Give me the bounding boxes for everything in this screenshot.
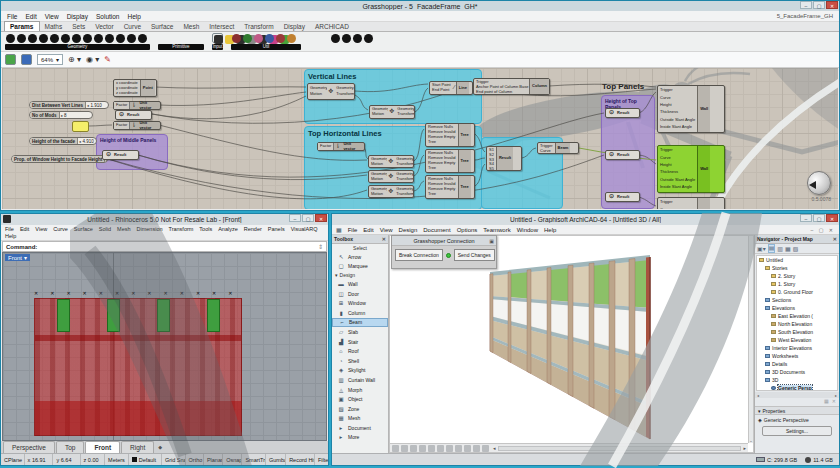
unit-vector-node[interactable]: Factor ⇂ Unit vector [317,142,365,151]
scroll-right-icon[interactable]: ▸ [743,445,746,451]
archicad-menu-item[interactable]: Edit [363,227,373,233]
rhino-menu-item[interactable]: Analyze [218,226,238,232]
viewport-title[interactable]: Front▾ [5,254,30,261]
rhino-menu-item[interactable]: Dimension [137,226,163,232]
tree-item[interactable]: Worksheets [757,352,837,360]
child-window-controls[interactable]: – ▢ ✕ [811,227,835,233]
gh-tab[interactable]: Params [4,21,40,31]
project-chooser-icon[interactable]: ▣▾ [757,245,766,252]
zoom-extents-icon[interactable]: ⊕ ▾ [68,55,81,64]
gh-menu-item[interactable]: View [45,13,59,20]
viewport-tab[interactable]: Perspective [3,441,55,453]
scroll-left-icon[interactable]: ◂ [493,445,496,451]
result-node[interactable]: ⊙ Result [605,192,640,202]
tree-item[interactable]: Elevations [757,304,837,312]
close-icon[interactable]: ▣ [489,238,494,244]
rhino-menu-item[interactable]: Edit [20,226,29,232]
tree-item[interactable]: 3D [757,376,837,384]
construct-point-node[interactable]: x coordinate y coordinate z coordinate P… [113,79,157,97]
rhino-titlebar[interactable]: Untitled - Rhinoceros 5.0 Not For Resale… [1,214,328,225]
gh-menu-item[interactable]: Solution [96,13,120,20]
save-file-icon[interactable] [21,54,32,65]
gh-titlebar[interactable]: Grasshopper - 5_FacadeFrame_GH* – ▢ ✕ [1,1,839,11]
maximize-icon[interactable]: ▢ [813,1,825,9]
minimize-icon[interactable]: – [800,1,812,9]
minimize-icon[interactable]: – [800,214,812,222]
toolbar-group-label[interactable]: Util [231,44,301,50]
archicad-menu-item[interactable]: Document [423,227,450,233]
toolbox-item[interactable]: ▱ Slab [332,327,388,337]
tree-item[interactable]: South Elevation [757,328,837,336]
result-node[interactable]: ⊙ Result [115,110,152,120]
panel-node[interactable] [72,121,89,132]
rhino-command-bar[interactable]: Command: ⇕ [2,241,327,252]
viewport-tab[interactable]: Top [56,441,84,453]
status-cplane[interactable]: CPlane [1,454,25,465]
archicad-menu-item[interactable]: View [380,227,393,233]
tree-item[interactable]: Untitled [757,256,837,264]
toggle-smarttrack[interactable]: SmartTrack [242,454,266,465]
new-item-icon[interactable]: ▦ [824,398,829,406]
move-node[interactable]: Geometry Motion ✥ Geometry Transform [368,155,414,168]
result-node[interactable]: ⊙ Result [605,108,640,118]
slider-grip-icon[interactable]: ● [79,139,81,144]
toolbox-item[interactable]: ◫ Door [332,289,388,299]
toolbox-item[interactable]: ▧ Zone [332,404,388,414]
camera-trackball-icon[interactable] [807,171,831,195]
viewport-nav-icons[interactable] [392,445,399,452]
gh-tab[interactable]: Surface [146,22,178,31]
gh-tab[interactable]: Maths [40,22,68,31]
sketch-pen-icon[interactable]: ✎ [104,55,111,64]
toolbox-item[interactable]: ▮ Column [332,308,388,318]
viewport-tab[interactable]: Right [121,441,154,453]
gh-menu-item[interactable]: Help [127,13,140,20]
view-map-icon[interactable]: ▥ [777,245,783,252]
move-node[interactable]: Geometry Motion ✥ Geometry Transform [368,170,414,183]
number-slider[interactable]: Height of the facade ● 4.910 [29,137,97,145]
rhino-menu-item[interactable]: Curve [53,226,68,232]
tree-item[interactable]: 0. Ground Floor [757,288,837,296]
component-icons[interactable] [330,33,376,43]
rhino-menu-item[interactable]: Surface [74,226,93,232]
send-changes-button[interactable]: Send Changes [454,249,495,261]
new-viewport-icon[interactable]: ◆ [158,442,162,453]
publisher-icon[interactable]: ▧ [793,245,799,252]
maximize-icon[interactable]: ▢ [813,214,825,222]
facade-geometry[interactable] [34,298,242,436]
archicad-wall-node[interactable]: Trigger Curve Height Thickness Outside S… [657,145,725,193]
archicad-wall-node[interactable]: Trigger Curve Height Thickness Outside S… [657,85,725,133]
archicad-menu-item[interactable]: Teamwork [483,227,510,233]
merge-node[interactable]: S1 S2 S3 S4 S5 Result [486,146,522,171]
project-map-icon[interactable]: ▤ [768,244,776,253]
green-panel[interactable] [107,299,120,332]
green-panel[interactable] [207,299,220,332]
component-icons[interactable] [231,33,301,43]
archicad-beam-node[interactable]: Trigger Curve Beam [537,142,579,154]
tree-item[interactable]: 3D Documents [757,368,837,376]
close-icon[interactable]: ✕ [826,1,838,9]
result-node[interactable]: ⊙ Result [605,150,640,160]
gh-tab[interactable]: Vector [90,22,118,31]
toolbox-section-toggle[interactable]: ▸ Document [332,423,388,433]
viewport-tab[interactable]: Front [85,441,120,453]
toolbox-item[interactable]: ◬ Morph [332,385,388,395]
rhino-menu-item[interactable]: Panels [268,226,285,232]
tree-item[interactable]: Generic Persp [757,384,837,391]
rhino-menu-item[interactable]: File [5,226,14,232]
toolbar-group-label[interactable]: Geometry [5,44,150,50]
number-slider[interactable]: Prop. of Window Height to Facade Height … [11,155,108,163]
rhino-menu-item[interactable]: Mesh [117,226,130,232]
rhino-viewport[interactable]: Front▾ ✕✕✕✕✕✕✕✕✕✕✕✕✕ [2,252,327,441]
toolbar-group-label[interactable]: Input [212,44,223,50]
toolbox-item[interactable]: ▟ Stair [332,337,388,347]
vertical-scrollbar[interactable]: ⌄ [748,236,753,443]
toolbox-item[interactable]: ⊞ Window [332,298,388,308]
toolbox-item[interactable]: ▦ Mesh [332,414,388,424]
gh-tab[interactable]: Display [279,22,310,31]
archicad-column-node[interactable]: Trigger Anchor Point of Column Base End … [473,78,550,95]
preview-eye-icon[interactable]: ◉ ▾ [86,55,99,64]
archicad-titlebar[interactable]: Untitled - Graphisoft ArchiCAD-64 - [Unt… [332,214,839,225]
break-connection-button[interactable]: Break Connection [395,249,443,261]
toggle-grid-snap[interactable]: Grid Snap [162,454,186,465]
gh-tab[interactable]: Sets [67,22,90,31]
